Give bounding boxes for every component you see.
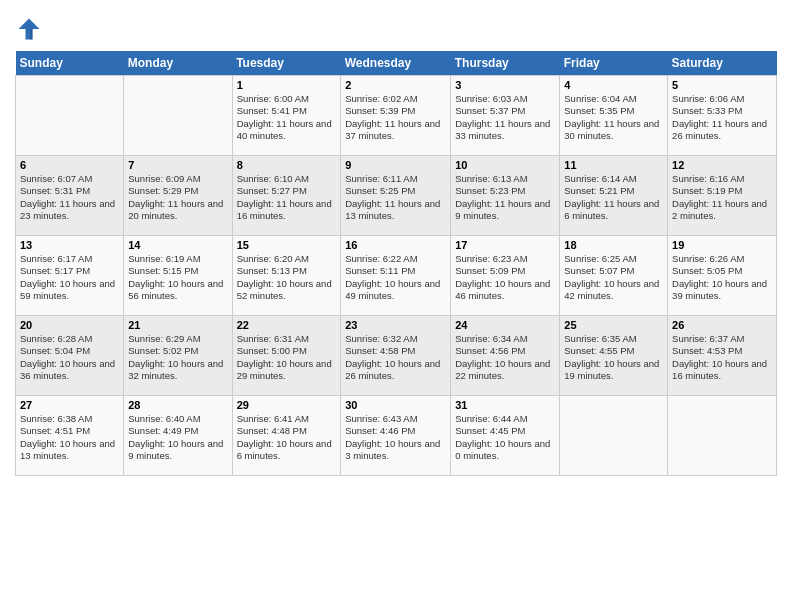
day-number: 6 xyxy=(20,159,119,171)
calendar-cell: 1Sunrise: 6:00 AM Sunset: 5:41 PM Daylig… xyxy=(232,76,341,156)
calendar-cell: 14Sunrise: 6:19 AM Sunset: 5:15 PM Dayli… xyxy=(124,236,232,316)
day-info: Sunrise: 6:26 AM Sunset: 5:05 PM Dayligh… xyxy=(672,253,772,302)
calendar-cell: 19Sunrise: 6:26 AM Sunset: 5:05 PM Dayli… xyxy=(668,236,777,316)
day-header-wednesday: Wednesday xyxy=(341,51,451,76)
day-number: 27 xyxy=(20,399,119,411)
calendar-week-3: 13Sunrise: 6:17 AM Sunset: 5:17 PM Dayli… xyxy=(16,236,777,316)
calendar-cell: 9Sunrise: 6:11 AM Sunset: 5:25 PM Daylig… xyxy=(341,156,451,236)
calendar-cell: 28Sunrise: 6:40 AM Sunset: 4:49 PM Dayli… xyxy=(124,396,232,476)
day-number: 12 xyxy=(672,159,772,171)
day-number: 25 xyxy=(564,319,663,331)
day-info: Sunrise: 6:28 AM Sunset: 5:04 PM Dayligh… xyxy=(20,333,119,382)
calendar-week-4: 20Sunrise: 6:28 AM Sunset: 5:04 PM Dayli… xyxy=(16,316,777,396)
svg-marker-0 xyxy=(19,19,40,40)
day-info: Sunrise: 6:04 AM Sunset: 5:35 PM Dayligh… xyxy=(564,93,663,142)
day-info: Sunrise: 6:25 AM Sunset: 5:07 PM Dayligh… xyxy=(564,253,663,302)
calendar-cell: 8Sunrise: 6:10 AM Sunset: 5:27 PM Daylig… xyxy=(232,156,341,236)
day-info: Sunrise: 6:11 AM Sunset: 5:25 PM Dayligh… xyxy=(345,173,446,222)
calendar-cell: 24Sunrise: 6:34 AM Sunset: 4:56 PM Dayli… xyxy=(451,316,560,396)
day-info: Sunrise: 6:10 AM Sunset: 5:27 PM Dayligh… xyxy=(237,173,337,222)
day-number: 19 xyxy=(672,239,772,251)
day-number: 15 xyxy=(237,239,337,251)
day-number: 8 xyxy=(237,159,337,171)
day-info: Sunrise: 6:29 AM Sunset: 5:02 PM Dayligh… xyxy=(128,333,227,382)
day-header-friday: Friday xyxy=(560,51,668,76)
day-number: 20 xyxy=(20,319,119,331)
calendar-cell: 31Sunrise: 6:44 AM Sunset: 4:45 PM Dayli… xyxy=(451,396,560,476)
page-container: SundayMondayTuesdayWednesdayThursdayFrid… xyxy=(0,0,792,481)
day-info: Sunrise: 6:23 AM Sunset: 5:09 PM Dayligh… xyxy=(455,253,555,302)
day-info: Sunrise: 6:13 AM Sunset: 5:23 PM Dayligh… xyxy=(455,173,555,222)
day-info: Sunrise: 6:09 AM Sunset: 5:29 PM Dayligh… xyxy=(128,173,227,222)
day-info: Sunrise: 6:19 AM Sunset: 5:15 PM Dayligh… xyxy=(128,253,227,302)
day-info: Sunrise: 6:44 AM Sunset: 4:45 PM Dayligh… xyxy=(455,413,555,462)
calendar-cell: 30Sunrise: 6:43 AM Sunset: 4:46 PM Dayli… xyxy=(341,396,451,476)
day-number: 23 xyxy=(345,319,446,331)
day-header-tuesday: Tuesday xyxy=(232,51,341,76)
day-info: Sunrise: 6:37 AM Sunset: 4:53 PM Dayligh… xyxy=(672,333,772,382)
day-number: 30 xyxy=(345,399,446,411)
day-number: 1 xyxy=(237,79,337,91)
day-number: 26 xyxy=(672,319,772,331)
calendar-cell: 10Sunrise: 6:13 AM Sunset: 5:23 PM Dayli… xyxy=(451,156,560,236)
calendar-cell: 2Sunrise: 6:02 AM Sunset: 5:39 PM Daylig… xyxy=(341,76,451,156)
day-number: 16 xyxy=(345,239,446,251)
calendar-cell: 23Sunrise: 6:32 AM Sunset: 4:58 PM Dayli… xyxy=(341,316,451,396)
day-info: Sunrise: 6:02 AM Sunset: 5:39 PM Dayligh… xyxy=(345,93,446,142)
calendar-cell: 3Sunrise: 6:03 AM Sunset: 5:37 PM Daylig… xyxy=(451,76,560,156)
day-number: 21 xyxy=(128,319,227,331)
calendar-cell: 18Sunrise: 6:25 AM Sunset: 5:07 PM Dayli… xyxy=(560,236,668,316)
calendar-cell: 22Sunrise: 6:31 AM Sunset: 5:00 PM Dayli… xyxy=(232,316,341,396)
calendar-cell: 15Sunrise: 6:20 AM Sunset: 5:13 PM Dayli… xyxy=(232,236,341,316)
day-number: 10 xyxy=(455,159,555,171)
calendar-cell: 16Sunrise: 6:22 AM Sunset: 5:11 PM Dayli… xyxy=(341,236,451,316)
day-info: Sunrise: 6:03 AM Sunset: 5:37 PM Dayligh… xyxy=(455,93,555,142)
day-number: 5 xyxy=(672,79,772,91)
day-info: Sunrise: 6:20 AM Sunset: 5:13 PM Dayligh… xyxy=(237,253,337,302)
calendar-cell: 20Sunrise: 6:28 AM Sunset: 5:04 PM Dayli… xyxy=(16,316,124,396)
calendar-cell: 4Sunrise: 6:04 AM Sunset: 5:35 PM Daylig… xyxy=(560,76,668,156)
logo-icon xyxy=(15,15,43,43)
calendar-cell: 11Sunrise: 6:14 AM Sunset: 5:21 PM Dayli… xyxy=(560,156,668,236)
day-header-sunday: Sunday xyxy=(16,51,124,76)
calendar-cell: 6Sunrise: 6:07 AM Sunset: 5:31 PM Daylig… xyxy=(16,156,124,236)
day-header-saturday: Saturday xyxy=(668,51,777,76)
logo xyxy=(15,15,47,43)
day-info: Sunrise: 6:22 AM Sunset: 5:11 PM Dayligh… xyxy=(345,253,446,302)
day-number: 9 xyxy=(345,159,446,171)
calendar-cell xyxy=(124,76,232,156)
calendar-cell: 21Sunrise: 6:29 AM Sunset: 5:02 PM Dayli… xyxy=(124,316,232,396)
day-number: 3 xyxy=(455,79,555,91)
day-number: 22 xyxy=(237,319,337,331)
day-number: 11 xyxy=(564,159,663,171)
day-number: 29 xyxy=(237,399,337,411)
calendar-cell: 25Sunrise: 6:35 AM Sunset: 4:55 PM Dayli… xyxy=(560,316,668,396)
day-number: 31 xyxy=(455,399,555,411)
calendar-cell: 26Sunrise: 6:37 AM Sunset: 4:53 PM Dayli… xyxy=(668,316,777,396)
day-info: Sunrise: 6:32 AM Sunset: 4:58 PM Dayligh… xyxy=(345,333,446,382)
calendar-cell: 27Sunrise: 6:38 AM Sunset: 4:51 PM Dayli… xyxy=(16,396,124,476)
calendar-cell: 7Sunrise: 6:09 AM Sunset: 5:29 PM Daylig… xyxy=(124,156,232,236)
day-info: Sunrise: 6:38 AM Sunset: 4:51 PM Dayligh… xyxy=(20,413,119,462)
day-info: Sunrise: 6:14 AM Sunset: 5:21 PM Dayligh… xyxy=(564,173,663,222)
day-info: Sunrise: 6:31 AM Sunset: 5:00 PM Dayligh… xyxy=(237,333,337,382)
day-info: Sunrise: 6:41 AM Sunset: 4:48 PM Dayligh… xyxy=(237,413,337,462)
day-info: Sunrise: 6:00 AM Sunset: 5:41 PM Dayligh… xyxy=(237,93,337,142)
day-info: Sunrise: 6:06 AM Sunset: 5:33 PM Dayligh… xyxy=(672,93,772,142)
day-info: Sunrise: 6:17 AM Sunset: 5:17 PM Dayligh… xyxy=(20,253,119,302)
calendar-cell: 13Sunrise: 6:17 AM Sunset: 5:17 PM Dayli… xyxy=(16,236,124,316)
day-number: 4 xyxy=(564,79,663,91)
calendar-cell: 17Sunrise: 6:23 AM Sunset: 5:09 PM Dayli… xyxy=(451,236,560,316)
calendar-week-5: 27Sunrise: 6:38 AM Sunset: 4:51 PM Dayli… xyxy=(16,396,777,476)
day-header-monday: Monday xyxy=(124,51,232,76)
calendar-cell xyxy=(560,396,668,476)
day-info: Sunrise: 6:16 AM Sunset: 5:19 PM Dayligh… xyxy=(672,173,772,222)
calendar-cell xyxy=(16,76,124,156)
day-number: 24 xyxy=(455,319,555,331)
calendar-cell: 29Sunrise: 6:41 AM Sunset: 4:48 PM Dayli… xyxy=(232,396,341,476)
calendar-cell: 5Sunrise: 6:06 AM Sunset: 5:33 PM Daylig… xyxy=(668,76,777,156)
day-number: 17 xyxy=(455,239,555,251)
day-number: 14 xyxy=(128,239,227,251)
calendar-week-2: 6Sunrise: 6:07 AM Sunset: 5:31 PM Daylig… xyxy=(16,156,777,236)
day-info: Sunrise: 6:43 AM Sunset: 4:46 PM Dayligh… xyxy=(345,413,446,462)
